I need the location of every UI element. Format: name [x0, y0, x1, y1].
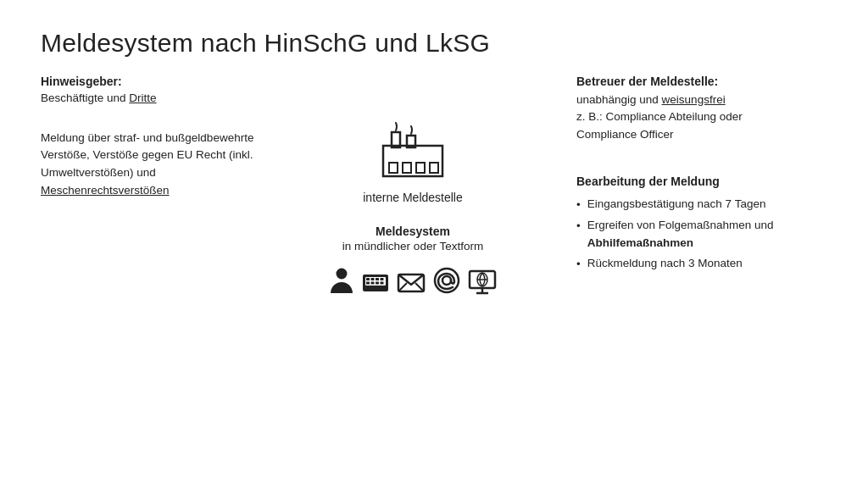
svg-rect-14 [366, 281, 370, 284]
interne-meldestelle-label: interne Meldestelle [363, 191, 463, 204]
svg-rect-16 [376, 281, 379, 284]
bearbeitung-item-1: Eingangsbestätigung nach 7 Tagen [587, 195, 766, 214]
svg-rect-12 [376, 278, 379, 280]
svg-rect-0 [383, 146, 442, 176]
svg-rect-17 [381, 281, 384, 284]
bearbeitung-label: Bearbeitung der Meldung [576, 175, 827, 188]
web-icon [468, 269, 497, 297]
svg-rect-13 [381, 278, 384, 280]
fax-icon [361, 269, 390, 297]
betreuer-line1-plain: unabhängig und [576, 93, 662, 106]
meldung-text: Meldung über straf- und bußgeldbewehrte … [41, 130, 256, 201]
communication-icons [329, 266, 497, 297]
betreuer-line3: Compliance Officer [576, 128, 674, 141]
meldesystem-sub: in mündlicher oder Textform [342, 240, 483, 252]
letter-icon [397, 271, 426, 297]
meldung-plain: Meldung über straf- und bußgeldbewehrte … [41, 131, 253, 180]
meldesystem-label: Meldesystem [376, 225, 450, 238]
main-layout: Hinweisgeber: Beschäftigte und Dritte Me… [41, 75, 827, 297]
email-icon [432, 266, 461, 297]
svg-rect-6 [430, 163, 438, 173]
dritte-link[interactable]: Dritte [129, 92, 156, 104]
betreuer-weisungsfrei: weisungsfrei [662, 93, 726, 106]
menschenrechte-link[interactable]: Meschenrechtsverstößen [41, 184, 170, 197]
hinweisgeber-label: Hinweisgeber: [41, 75, 256, 88]
svg-rect-4 [403, 163, 411, 173]
svg-point-7 [337, 268, 348, 279]
factory-icon [375, 120, 451, 184]
bearbeitung-item-3: Rückmeldung nach 3 Monaten [587, 254, 743, 273]
betreuer-label: Betreuer der Meldestelle: [576, 75, 827, 88]
bearbeitung-item-2: Ergreifen von Folgemaßnahmen und Abhilfe… [587, 216, 827, 252]
left-column: Hinweisgeber: Beschäftigte und Dritte Me… [41, 75, 270, 297]
hinweisgeber-plain: Beschäftigte und [41, 92, 129, 104]
right-column: Betreuer der Meldestelle: unabhängig und… [556, 75, 827, 297]
center-column: interne Meldestelle Meldesystem in mündl… [270, 75, 556, 297]
hinweisgeber-text: Beschäftigte und Dritte [41, 92, 256, 104]
svg-rect-11 [371, 278, 375, 280]
svg-rect-5 [416, 163, 425, 173]
page: Meldesystem nach HinSchG und LkSG Hinwei… [0, 0, 868, 488]
svg-rect-3 [389, 163, 398, 173]
list-item: Rückmeldung nach 3 Monaten [576, 254, 827, 274]
list-item: Ergreifen von Folgemaßnahmen und Abhilfe… [576, 216, 827, 252]
person-icon [329, 266, 354, 297]
svg-rect-10 [366, 278, 370, 280]
page-title: Meldesystem nach HinSchG und LkSG [41, 27, 827, 59]
svg-point-20 [442, 276, 451, 285]
betreuer-line2: z. B.: Compliance Abteilung oder [576, 110, 743, 123]
betreuer-text: unabhängig und weisungsfrei z. B.: Compl… [576, 92, 827, 145]
svg-rect-15 [371, 281, 375, 284]
bearbeitung-list: Eingangsbestätigung nach 7 Tagen Ergreif… [576, 195, 827, 273]
list-item: Eingangsbestätigung nach 7 Tagen [576, 195, 827, 214]
abhilfemassnahmen: Abhilfemaßnahmen [587, 236, 693, 249]
